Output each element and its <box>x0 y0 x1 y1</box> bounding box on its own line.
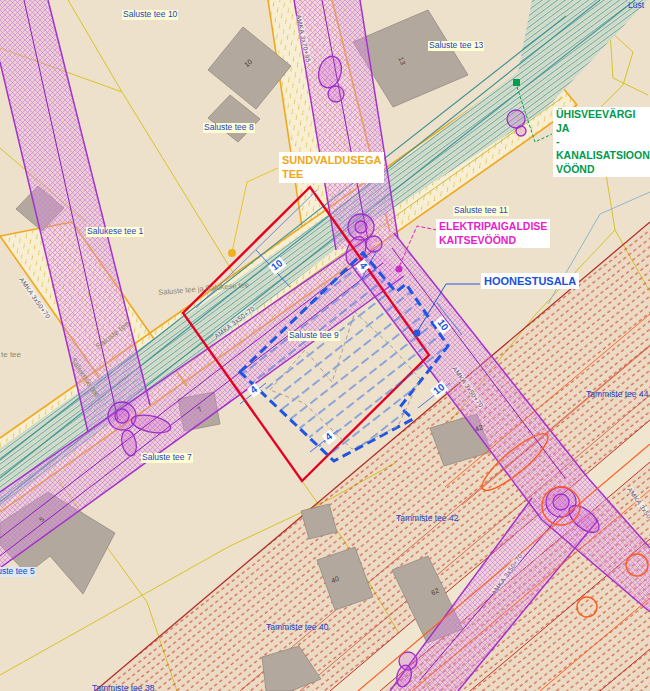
water-leader-square <box>513 79 520 86</box>
road-leader-dot <box>228 249 236 257</box>
building-area-leader-dot <box>414 330 421 337</box>
power-leader-dot <box>396 266 403 273</box>
map-canvas[interactable]: Saluste tee 10Saluste tee 13Saluste tee … <box>0 0 650 691</box>
map-geometry <box>0 0 650 691</box>
